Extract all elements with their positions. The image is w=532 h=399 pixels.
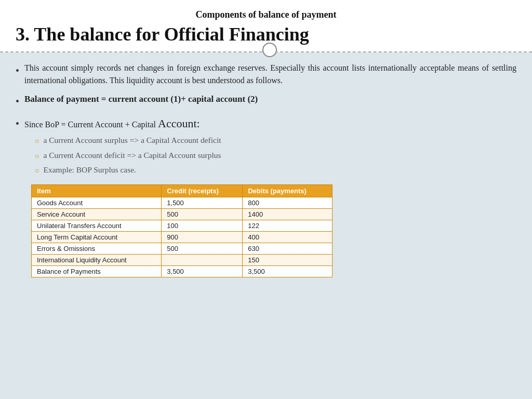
sub-bullet-item-1: ○ a Current Account surplus => a Capital… (24, 135, 516, 147)
table-cell-4-1: 500 (162, 243, 243, 255)
table-cell-6-1: 3,500 (162, 266, 243, 277)
col-header-debit: Debits (payments) (243, 185, 332, 197)
table-cell-0-1: 1,500 (162, 197, 243, 209)
table-cell-6-0: Balance of Payments (32, 266, 162, 277)
table-row: Unilateral Transfers Account100122 (32, 220, 332, 232)
bullet-text-1: This account simply records net changes … (24, 62, 516, 88)
table-body: Goods Account1,500800Service Account5001… (32, 197, 332, 277)
table-wrapper: Item Credit (receipts) Debits (payments)… (31, 184, 516, 277)
bullet-text-3: Since BoP = Current Account + Capital Ac… (24, 115, 516, 179)
table-header-row: Item Credit (receipts) Debits (payments) (32, 185, 332, 197)
sub-bullet-item-3: ○ Example: BOP Surplus case. (24, 164, 516, 176)
table-cell-2-1: 100 (162, 220, 243, 232)
slide-subtitle: Components of balance of payment (16, 9, 516, 20)
table-cell-5-1 (162, 255, 243, 266)
col-header-credit: Credit (receipts) (162, 185, 243, 197)
sub-bullet-text-1: a Current Account surplus => a Capital A… (43, 135, 221, 146)
table-cell-5-2: 150 (243, 255, 332, 266)
bullet3-prefix: Since BoP = Current Account + Capital (24, 120, 158, 129)
table-row: International Liquidity Account150 (32, 255, 332, 266)
table-cell-4-2: 630 (243, 243, 332, 255)
table-cell-1-1: 500 (162, 209, 243, 220)
bullet3-large: Account: (158, 117, 200, 130)
table-row: Balance of Payments3,5003,500 (32, 266, 332, 277)
bop-table: Item Credit (receipts) Debits (payments)… (31, 184, 332, 277)
slide-title: 3. The balance for Official Financing (16, 24, 516, 45)
bullet-item-2: • Balance of payment = current account (… (16, 92, 516, 110)
sub-bullet-dot-3: ○ (35, 166, 39, 176)
bullet-text-2: Balance of payment = current account (1)… (24, 92, 516, 106)
bullet-dot-1: • (16, 63, 19, 79)
table-cell-3-1: 900 (162, 232, 243, 243)
table-cell-1-2: 1400 (243, 209, 332, 220)
sub-bullet-text-3: Example: BOP Surplus case. (43, 164, 136, 176)
nav-circle[interactable] (262, 43, 277, 57)
table-cell-0-2: 800 (243, 197, 332, 209)
table-cell-1-0: Service Account (32, 209, 162, 220)
table-cell-3-2: 400 (243, 232, 332, 243)
table-cell-6-2: 3,500 (243, 266, 332, 277)
bullet-dot-3: • (16, 116, 19, 132)
table-cell-2-0: Unilateral Transfers Account (32, 220, 162, 232)
sub-bullet-dot-1: ○ (35, 136, 39, 147)
table-row: Long Term Capital Account900400 (32, 232, 332, 243)
main-bullet-list: • This account simply records net change… (16, 62, 516, 179)
sub-bullet-list: ○ a Current Account surplus => a Capital… (24, 135, 516, 176)
table-cell-3-0: Long Term Capital Account (32, 232, 162, 243)
bullet-item-3: • Since BoP = Current Account + Capital … (16, 115, 516, 179)
content-area: • This account simply records net change… (0, 52, 532, 399)
slide: Components of balance of payment 3. The … (0, 0, 532, 399)
col-header-item: Item (32, 185, 162, 197)
table-cell-5-0: International Liquidity Account (32, 255, 162, 266)
table-row: Errors & Omissions500630 (32, 243, 332, 255)
table-cell-2-2: 122 (243, 220, 332, 232)
sub-bullet-dot-2: ○ (35, 151, 39, 162)
table-cell-0-0: Goods Account (32, 197, 162, 209)
table-row: Service Account5001400 (32, 209, 332, 220)
bullet-item-1: • This account simply records net change… (16, 62, 516, 88)
sub-bullet-text-2: a Current Account deficit => a Capital A… (43, 150, 221, 161)
bullet-dot-2: • (16, 94, 19, 110)
table-cell-4-0: Errors & Omissions (32, 243, 162, 255)
sub-bullet-item-2: ○ a Current Account deficit => a Capital… (24, 150, 516, 162)
table-row: Goods Account1,500800 (32, 197, 332, 209)
